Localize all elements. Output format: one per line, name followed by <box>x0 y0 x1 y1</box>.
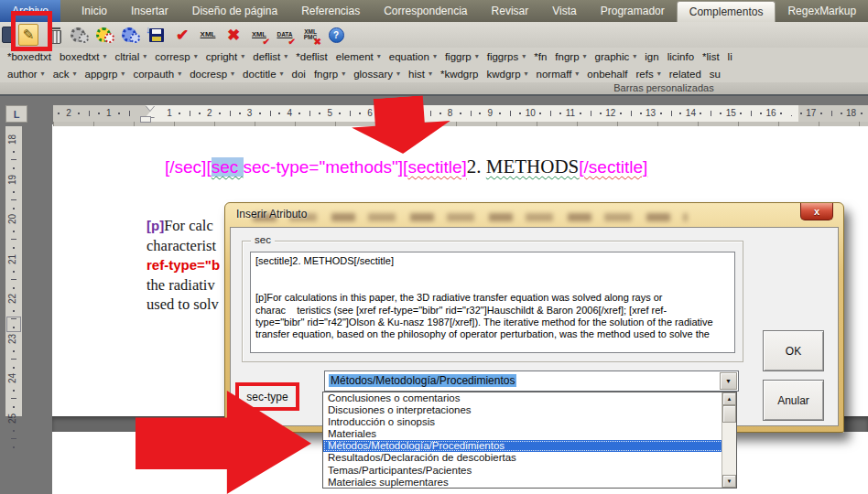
dropdown-option-m-todos-metodolog-a-procedimientos[interactable]: Métodos/Metodología/Procedimientos <box>323 440 736 452</box>
xml-icon[interactable]: XML <box>198 25 218 45</box>
tagbtn-onbehalf[interactable]: onbehalf <box>587 69 627 80</box>
cancel-button[interactable]: Anular <box>763 380 824 421</box>
dropdown-option-resultados-declaraci-n-de-descobiertas[interactable]: Resultados/Declaración de descobiertas <box>323 452 736 464</box>
ruler-tick <box>700 113 701 114</box>
combobox-dropdown-button[interactable]: ▼ <box>720 372 737 390</box>
data-check-icon[interactable]: DATA✔ <box>275 25 295 45</box>
tab-revisar[interactable]: Revisar <box>480 1 541 22</box>
ruler-tick <box>259 113 261 114</box>
tag-button-row-1: *boxedtxtboxedtxt▾cltrial▾corresp▾cprigh… <box>0 48 868 65</box>
ruler-tick <box>219 113 221 114</box>
tagbtn-su[interactable]: su <box>710 69 721 80</box>
tagbtn-kwdgrp[interactable]: kwdgrp▾ <box>486 69 527 80</box>
ruler-tick <box>430 111 431 116</box>
tab-programador[interactable]: Programador <box>589 1 677 22</box>
tagbtn-refs[interactable]: refs▾ <box>635 69 660 80</box>
tagbtn-li[interactable]: li <box>728 51 732 62</box>
gears-colored-icon[interactable] <box>95 25 115 45</box>
tagbtn-normaff[interactable]: normaff▾ <box>537 69 580 80</box>
tagbtn-related[interactable]: related <box>669 69 701 80</box>
dropdown-option-materiales[interactable]: Materiales <box>323 428 736 440</box>
tagbtn-boxedtxt[interactable]: boxedtxt▾ <box>60 51 107 62</box>
tagbtn-hist[interactable]: hist▾ <box>408 69 432 80</box>
tag-label: *kwdgrp <box>440 69 479 80</box>
validate-check-icon[interactable]: ✔ <box>172 25 192 45</box>
tagbtn-glossary[interactable]: glossary▾ <box>353 69 400 80</box>
ruler-number: 24 <box>7 373 17 383</box>
ok-button[interactable]: OK <box>763 330 824 371</box>
tagbtn--fn[interactable]: *fn <box>534 51 547 62</box>
tagbtn-fngrp[interactable]: fngrp▾ <box>555 51 586 62</box>
tab-dise-o-de-p-gina[interactable]: Diseño de página <box>180 1 289 22</box>
tag-label: cpright <box>206 51 238 62</box>
dropdown-option-temas-participantes-pacientes[interactable]: Temas/Participantes/Pacientes <box>323 465 736 477</box>
tag-label: corpauth <box>133 69 174 80</box>
tagbtn-docresp[interactable]: docresp▾ <box>190 69 234 80</box>
delete-x-icon[interactable]: ✖ <box>223 25 244 45</box>
xml-pmc-x-icon[interactable]: XMLPMC✖ <box>300 25 320 45</box>
tagbtn--deflist[interactable]: *deflist <box>296 51 328 62</box>
tagbtn-licinfo[interactable]: licinfo <box>667 51 694 62</box>
dropdown-option-discusiones-o-interpretaciones[interactable]: Discusiones o interpretaciones <box>323 404 736 416</box>
tab-insertar[interactable]: Insertar <box>119 1 180 22</box>
tagbtn--list[interactable]: *list <box>702 51 720 62</box>
ruler-tick <box>11 199 16 200</box>
scrollbar-thumb[interactable] <box>722 405 736 423</box>
gears-icon[interactable] <box>70 25 90 45</box>
left-indent-marker[interactable] <box>141 117 150 122</box>
ribbon-group-strip: Barras personalizadas <box>0 82 868 96</box>
ruler-tick <box>559 113 561 114</box>
tagbtn-figgrp[interactable]: figgrp▾ <box>445 51 479 62</box>
dialog-close-button[interactable]: x <box>800 203 833 220</box>
tab-vista[interactable]: Vista <box>540 1 588 22</box>
tagbtn-fngrp[interactable]: fngrp▾ <box>314 69 345 80</box>
selected-sec-tag[interactable]: sec <box>212 157 244 177</box>
tagbtn-corpauth[interactable]: corpauth▾ <box>133 69 181 80</box>
tagbtn-ign[interactable]: ign <box>645 51 658 62</box>
tagbtn-deflist[interactable]: deflist▾ <box>253 51 288 62</box>
tagbtn--boxedtxt[interactable]: *boxedtxt <box>7 51 51 62</box>
ruler-tick <box>13 430 15 432</box>
sec-type-combobox[interactable]: Métodos/Metodología/Procedimientos ▼ <box>324 370 739 392</box>
save-icon[interactable]: ↓ <box>146 25 167 45</box>
ruler-tick <box>13 310 15 312</box>
first-line-indent-marker[interactable] <box>146 105 155 111</box>
tab-stop-selector[interactable]: L <box>5 105 27 123</box>
dropdown-option-introducci-n-o-sinopsis[interactable]: Introducción o sinopsis <box>323 416 736 428</box>
document-markup-line[interactable]: [/sec][sec sec-type="methods"][sectitle]… <box>165 156 647 178</box>
tagbtn-corresp[interactable]: corresp▾ <box>155 51 197 62</box>
ruler-tick <box>660 113 662 114</box>
horizontal-ruler[interactable]: 21123456789101112131415161718 <box>53 105 868 122</box>
dropdown-scrollbar[interactable]: ▲ ▼ <box>722 392 736 488</box>
context-textbox[interactable]: [sectitle]2. METHODS[/sectitle] [p]For c… <box>250 252 735 353</box>
tab-correspondencia[interactable]: Correspondencia <box>372 1 479 22</box>
tagbtn-doi[interactable]: doi <box>292 69 306 80</box>
tab-complementos[interactable]: Complementos <box>677 1 776 22</box>
ruler-tick <box>13 350 15 352</box>
tagbtn-doctitle[interactable]: doctitle▾ <box>243 69 283 80</box>
tagbtn-equation[interactable]: equation▾ <box>389 51 437 62</box>
document-paragraph[interactable]: [p]For calc characterist ref-type="b the… <box>146 216 220 315</box>
tab-inicio[interactable]: Inicio <box>70 1 119 22</box>
tagbtn-cltrial[interactable]: cltrial▾ <box>114 51 146 62</box>
help-icon[interactable]: ? <box>326 25 346 45</box>
tagbtn-element[interactable]: element▾ <box>336 51 381 62</box>
tagbtn-appgrp[interactable]: appgrp▾ <box>85 69 125 80</box>
tab-regexmarkup[interactable]: RegexMarkup <box>776 1 868 22</box>
scroll-down-button[interactable]: ▼ <box>722 475 736 488</box>
tagbtn--kwdgrp[interactable]: *kwdgrp <box>440 69 479 80</box>
gears-blue-icon[interactable] <box>121 25 141 45</box>
tab-referencias[interactable]: Referencias <box>289 1 372 22</box>
tagbtn-author[interactable]: author▾ <box>7 69 45 80</box>
scroll-up-button[interactable]: ▲ <box>722 392 736 405</box>
ruler-number: 1 <box>167 108 172 118</box>
tagbtn-graphic[interactable]: graphic▾ <box>595 51 637 62</box>
sec-type-dropdown-list[interactable]: Conclusiones o comentariosDiscusiones o … <box>322 392 737 489</box>
vertical-ruler[interactable]: 1819202122232425 <box>5 126 22 416</box>
tagbtn-ack[interactable]: ack▾ <box>53 69 77 80</box>
dropdown-option-conclusiones-o-comentarios[interactable]: Conclusiones o comentarios <box>323 392 736 404</box>
tagbtn-cpright[interactable]: cpright▾ <box>206 51 245 62</box>
xml-check-icon[interactable]: XML✔ <box>249 25 269 45</box>
tagbtn-figgrps[interactable]: figgrps▾ <box>487 51 526 62</box>
dropdown-option-materiales-suplementares[interactable]: Materiales suplementares <box>323 477 736 489</box>
